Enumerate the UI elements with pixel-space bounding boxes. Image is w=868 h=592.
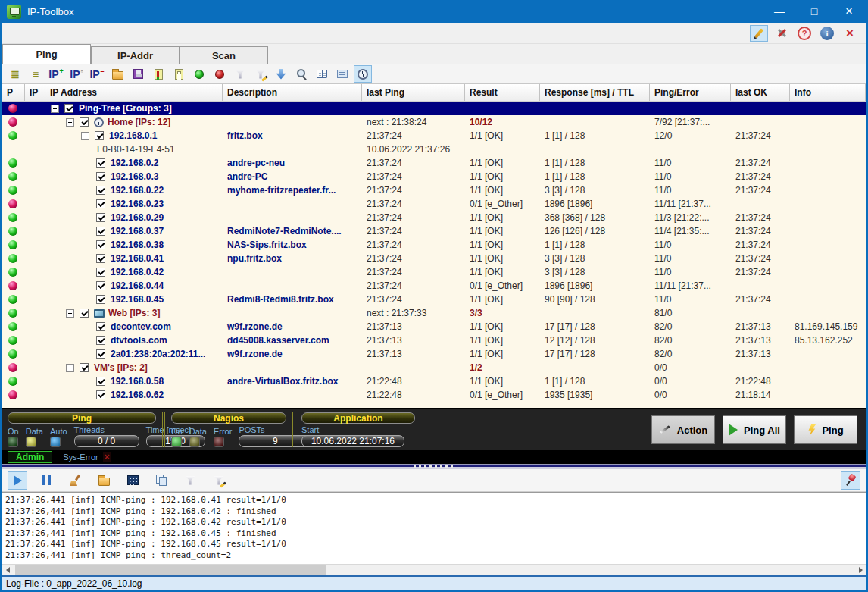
host-row[interactable]: 192.168.0.45Redmi8-Redmi8.fritz.box21:37… [2,293,866,306]
open-file-button[interactable] [108,65,126,83]
host-row[interactable]: 192.168.0.1fritz.box21:37:241/1 [OK]1 [1… [2,129,866,143]
play-log-button[interactable] [8,471,27,490]
help-button[interactable]: ? [795,25,813,42]
host-row[interactable]: 2a01:238:20a:202:11...w9f.rzone.de21:37:… [2,347,866,361]
add-ip-button[interactable]: IP+ [47,65,65,83]
tab-ip-addr[interactable]: IP-Addr [91,46,180,64]
column-header-info[interactable]: Info [790,84,866,101]
notes-button[interactable] [333,65,351,83]
splitter-handle[interactable] [2,464,866,469]
scroll-left-arrow-icon[interactable] [2,565,14,575]
row-checkbox[interactable] [80,363,89,372]
host-row[interactable]: 192.168.0.2321:37:240/1 [e_Other]1896 [1… [2,197,866,211]
scrollbar-thumb[interactable] [15,565,326,575]
tab-scan[interactable]: Scan [180,46,268,64]
host-row[interactable]: 192.168.0.22myhome-fritzrepeater.fr...21… [2,183,866,197]
row-checkbox[interactable] [96,377,105,386]
edit-mode-button[interactable] [750,25,768,42]
host-row[interactable]: 192.168.0.37RedmiNote7-RedmiNote....21:3… [2,224,866,238]
row-checkbox[interactable] [96,390,105,399]
log-horizontal-scrollbar[interactable] [2,564,866,575]
host-row[interactable]: 192.168.0.2andre-pc-neu21:37:241/1 [OK]1… [2,156,866,170]
row-checkbox[interactable] [96,322,105,331]
close-button[interactable]: × [832,0,866,23]
collapse-toggle[interactable] [51,105,59,113]
filter-button[interactable] [231,65,249,83]
minimize-button[interactable]: — [762,0,797,23]
settings-tools-button[interactable] [773,25,791,42]
row-checkbox[interactable] [96,349,105,359]
collapse-toggle[interactable] [66,309,74,318]
search-button[interactable] [292,65,311,83]
open-log-button[interactable] [94,471,114,490]
row-checkbox[interactable] [95,131,104,140]
group-row[interactable]: Web [IPs: 3]next : 21:37:333/381/0 [2,306,866,320]
column-header-p[interactable]: P [2,84,25,101]
host-row[interactable]: decontev.comw9f.rzone.de21:37:131/1 [OK]… [2,320,866,334]
column-header-description[interactable]: Description [223,84,362,101]
column-header-response-ms-ttl[interactable]: Response [ms] / TTL [540,84,650,101]
row-checkbox[interactable] [96,254,105,263]
row-checkbox[interactable] [96,336,105,345]
column-header-ip[interactable]: IP [25,84,45,101]
row-checkbox[interactable] [96,227,105,236]
collapse-toggle[interactable] [66,118,74,127]
row-checkbox[interactable] [96,172,105,181]
host-row[interactable]: 192.168.0.41npu.fritz.box21:37:241/1 [OK… [2,252,866,265]
book-button[interactable] [313,65,331,83]
column-header-last-ping[interactable]: last Ping [362,84,465,101]
tab-admin[interactable]: Admin [8,451,52,463]
host-row[interactable]: 192.168.0.2921:37:241/1 [OK]368 [368] / … [2,211,866,224]
row-checkbox[interactable] [96,158,105,168]
row-checkbox[interactable] [96,199,105,208]
timer-button[interactable] [354,65,372,83]
check-all-button[interactable] [149,65,167,83]
exit-button[interactable]: × [841,25,859,42]
group-row[interactable]: VM's [IPs: 2]1/20/0 [2,361,866,374]
select-list-button[interactable] [170,65,188,83]
start-button[interactable] [190,65,208,83]
row-checkbox[interactable] [96,213,105,222]
clear-log-button[interactable] [65,471,85,490]
host-row[interactable]: dtvtools.comdd45008.kasserver.com21:37:1… [2,334,866,347]
stop-button[interactable] [211,65,229,83]
column-header-result[interactable]: Result [465,84,540,101]
save-button[interactable] [129,65,147,83]
column-header-ping-error[interactable]: Ping/Error [650,84,731,101]
group-row[interactable]: Home [IPs: 12]next : 21:38:2410/127/92 [… [2,115,866,129]
remove-ip-button[interactable]: IP– [88,65,106,83]
tab-sys-error[interactable]: Sys-Error × [63,452,111,462]
row-checkbox[interactable] [80,117,89,127]
host-row[interactable]: 192.168.0.3andre-PC21:37:241/1 [OK]1 [1]… [2,170,866,183]
column-header-ip-address[interactable]: IP Address [45,84,223,101]
tab-ping[interactable]: Ping [2,44,91,64]
collapse-tree-button[interactable]: ≡ [27,65,45,83]
maximize-button[interactable]: □ [797,0,832,23]
column-header-last-ok[interactable]: last OK [731,84,790,101]
collapse-toggle[interactable] [81,132,89,140]
filter-edit-log-button[interactable] [209,471,229,490]
row-checkbox[interactable] [96,240,105,249]
log-grid-button[interactable] [123,471,142,490]
row-checkbox[interactable] [80,309,89,318]
pin-log-button[interactable] [841,471,860,490]
collapse-toggle[interactable] [66,364,74,372]
copy-log-button[interactable] [151,471,171,490]
row-checkbox[interactable] [96,281,105,290]
ping-all-button[interactable]: Ping All [723,415,786,444]
info-button[interactable]: i [818,25,836,42]
host-row[interactable]: 192.168.0.38NAS-Sips.fritz.box21:37:241/… [2,238,866,252]
ping-button[interactable]: Ping [794,415,857,444]
group-row[interactable]: Ping-Tree [Groups: 3] [2,102,866,115]
row-checkbox[interactable] [96,186,105,195]
move-down-button[interactable] [272,65,290,83]
host-row[interactable]: 192.168.0.6221:22:480/1 [e_Other]1935 [1… [2,388,866,402]
mac-address-row[interactable]: F0-B0-14-19-F4-5110.06.2022 21:37:26 [2,143,866,156]
row-checkbox[interactable] [96,268,105,277]
expand-tree-button[interactable]: ≣ [6,65,24,83]
filter-log-button[interactable] [180,471,200,490]
pause-log-button[interactable] [36,471,56,490]
row-checkbox[interactable] [64,104,73,113]
edit-ip-button[interactable]: IP▫ [67,65,86,83]
action-button[interactable]: Action [651,415,715,444]
